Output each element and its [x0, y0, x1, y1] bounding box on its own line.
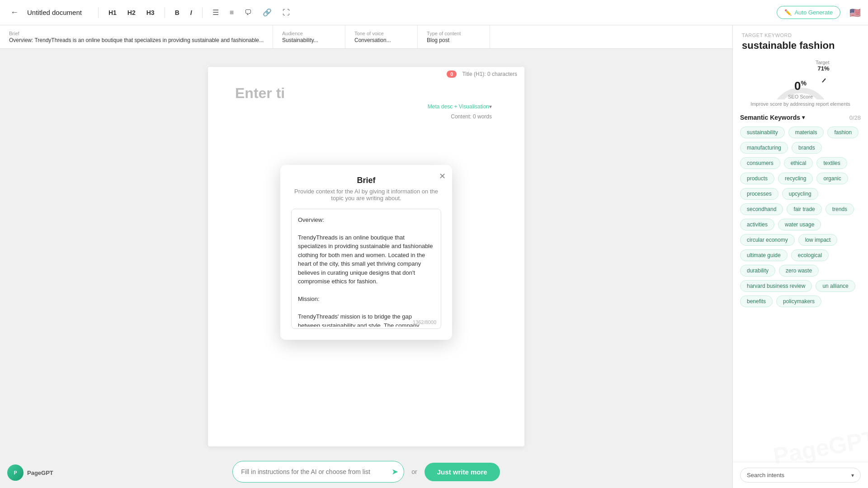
keyword-tag[interactable]: brands: [792, 142, 822, 154]
brief-bar-audience-value: Sustainability...: [282, 37, 336, 43]
auto-generate-button[interactable]: ✏️ Auto Generate: [777, 6, 840, 19]
send-icon: ➤: [392, 467, 398, 477]
quote-button[interactable]: 🗩: [242, 7, 255, 19]
back-button[interactable]: ←: [7, 5, 22, 20]
keywords-count: 0/28: [849, 114, 861, 121]
pagegpt-logo-bottom: P PageGPT: [7, 465, 53, 481]
document-title: Untitled document: [27, 9, 82, 16]
h1-button[interactable]: H1: [106, 7, 119, 18]
back-icon: ←: [10, 8, 19, 17]
keywords-title[interactable]: Semantic Keywords ▾: [740, 114, 805, 121]
keyword-tag[interactable]: circular economy: [740, 234, 795, 246]
keyword-tag[interactable]: manufacturing: [740, 142, 788, 154]
keyword-tag[interactable]: low impact: [798, 234, 838, 246]
h3-button[interactable]: H3: [144, 7, 157, 18]
bold-button[interactable]: B: [172, 7, 182, 18]
brief-bar-content-type-label: Type of content: [427, 31, 481, 36]
main-layout: Brief Overview: TrendyThreads is an onli…: [0, 25, 868, 488]
keyword-tag[interactable]: consumers: [740, 157, 780, 169]
brief-bar-tone-value: Conversation...: [354, 37, 408, 43]
textarea-counter: 1362/8000: [413, 319, 436, 325]
keyword-tag[interactable]: organic: [816, 173, 848, 184]
keyword-tag[interactable]: harvard business review: [740, 280, 812, 292]
keyword-tag[interactable]: policymakers: [776, 296, 821, 307]
keywords-header: Semantic Keywords ▾ 0/28: [740, 112, 861, 121]
keyword-tag[interactable]: durability: [740, 265, 775, 277]
brief-bar-item-brief[interactable]: Brief Overview: TrendyThreads is an onli…: [0, 25, 273, 48]
toolbar-divider-1: [98, 7, 99, 18]
keywords-section: Semantic Keywords ▾ 0/28 sustainabilitym…: [733, 112, 868, 462]
wand-icon: ✏️: [784, 9, 792, 16]
brief-bar-content-type-value: Blog post: [427, 37, 481, 43]
or-separator: or: [411, 468, 417, 475]
search-intents-label: Search intents: [747, 472, 784, 479]
gauge-center-text: 0% SEO Score: [788, 79, 813, 99]
keyword-tag[interactable]: processes: [740, 188, 778, 200]
unordered-list-icon: ≡: [230, 9, 234, 16]
italic-button[interactable]: I: [188, 7, 195, 18]
ai-send-button[interactable]: ➤: [392, 467, 398, 477]
brief-bar: Brief Overview: TrendyThreads is an onli…: [0, 25, 732, 49]
brief-bar-item-audience[interactable]: Audience Sustainability...: [273, 25, 345, 48]
close-icon: ✕: [439, 172, 446, 181]
keyword-tag[interactable]: ecological: [791, 249, 829, 261]
gauge-wrapper: Target 71% 0% SEO Score: [764, 59, 837, 99]
toolbar-divider-2: [165, 7, 165, 18]
modal-close-button[interactable]: ✕: [439, 171, 446, 181]
brief-bar-brief-value: Overview: TrendyThreads is an online bou…: [9, 37, 264, 43]
right-panel: Target keyword sustainable fashion Targe…: [732, 25, 868, 488]
brief-bar-item-tone[interactable]: Tone of voice Conversation...: [345, 25, 418, 48]
link-button[interactable]: 🔗: [260, 6, 274, 19]
ordered-list-button[interactable]: ☰: [210, 6, 222, 19]
toolbar-divider-3: [202, 7, 203, 18]
ordered-list-icon: ☰: [212, 9, 219, 16]
keyword-tag[interactable]: activities: [740, 219, 774, 230]
keyword-tag[interactable]: fair trade: [787, 203, 821, 215]
brief-textarea[interactable]: [292, 209, 441, 327]
keyword-tag[interactable]: materials: [788, 127, 824, 138]
keyword-tag[interactable]: recycling: [778, 173, 813, 184]
brief-bar-audience-label: Audience: [282, 31, 336, 36]
brief-bar-item-content-type[interactable]: Type of content Blog post: [418, 25, 490, 48]
unordered-list-button[interactable]: ≡: [227, 7, 236, 19]
language-flag-button[interactable]: 🇺🇸: [849, 7, 861, 18]
search-intents-chevron-icon: ▾: [851, 472, 854, 479]
search-intents-button[interactable]: Search intents ▾: [740, 468, 861, 483]
keyword-tag[interactable]: secondhand: [740, 203, 783, 215]
panel-bottom: Search intents ▾: [733, 462, 868, 488]
image-button[interactable]: ⛶: [280, 7, 292, 19]
keyword-tag[interactable]: upcycling: [782, 188, 818, 200]
keyword-tag[interactable]: un alliance: [816, 280, 855, 292]
ai-instruction-input[interactable]: [241, 468, 392, 475]
seo-improve-text: Improve score by addressing report eleme…: [741, 101, 859, 107]
keyword-tag[interactable]: trends: [826, 203, 854, 215]
flag-icon: 🇺🇸: [849, 8, 861, 18]
keywords-grid: sustainabilitymaterialsfashionmanufactur…: [740, 127, 861, 307]
modal-title: Brief: [291, 176, 441, 185]
keyword-tag[interactable]: ultimate guide: [740, 249, 788, 261]
panel-keyword: sustainable fashion: [742, 40, 859, 52]
write-more-button[interactable]: Just write more: [425, 463, 500, 481]
doc-canvas: 0 Title (H1): 0 characters Enter ti Meta…: [0, 49, 732, 455]
keyword-tag[interactable]: textiles: [816, 157, 847, 169]
svg-line-0: [822, 79, 826, 82]
seo-gauge-container: Target 71% 0% SEO Score Improve score: [733, 55, 868, 112]
brief-textarea-container: 1362/8000: [291, 209, 441, 329]
keyword-tag[interactable]: sustainability: [740, 127, 785, 138]
keyword-tag[interactable]: benefits: [740, 296, 773, 307]
brief-modal: ✕ Brief Provide context for the AI by gi…: [280, 165, 452, 340]
link-icon: 🔗: [263, 9, 272, 16]
keyword-tag[interactable]: fashion: [827, 127, 859, 138]
keywords-chevron-icon: ▾: [802, 114, 805, 121]
keyword-tag[interactable]: ethical: [784, 157, 813, 169]
ai-input-container: ➤: [232, 461, 404, 483]
brief-bar-tone-label: Tone of voice: [354, 31, 408, 36]
h2-button[interactable]: H2: [125, 7, 138, 18]
keyword-tag[interactable]: water usage: [778, 219, 821, 230]
seo-score-value: 0%: [794, 79, 807, 93]
keyword-tag[interactable]: products: [740, 173, 774, 184]
keyword-tag[interactable]: zero waste: [779, 265, 819, 277]
panel-label: Target keyword: [742, 33, 859, 38]
logo-circle: P: [7, 465, 24, 481]
logo-text-bottom: PageGPT: [27, 469, 53, 476]
